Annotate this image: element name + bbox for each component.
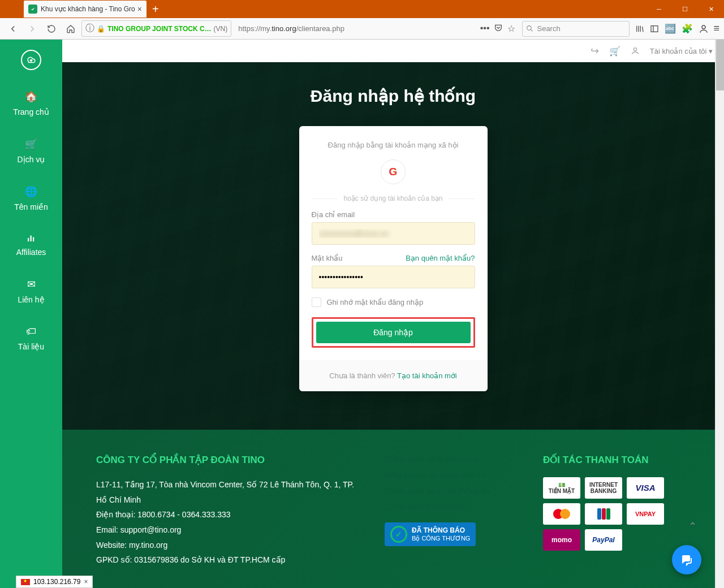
pay-jcb (585, 503, 622, 525)
sidebar-item-label: Dịch vụ (18, 155, 45, 164)
tab-favicon-icon (28, 5, 37, 14)
maximize-button[interactable]: ☐ (672, 0, 698, 18)
sidebar-icon[interactable] (650, 24, 659, 33)
sidebar-nav: 🏠 Trang chủ 🛒 Dịch vụ 🌐 Tên miền Affilia… (0, 40, 62, 588)
search-placeholder: Search (537, 24, 560, 33)
footer-line: GPKD số: 0315679836 do Sở KH và ĐT TP.HC… (96, 552, 362, 568)
login-button[interactable]: Đăng nhập (316, 322, 471, 343)
pay-cash: 💵TIỀN MẶT (543, 477, 580, 499)
remember-checkbox[interactable] (312, 297, 321, 307)
create-account-link[interactable]: Tạo tài khoản mới (397, 371, 457, 380)
minimize-button[interactable]: ─ (646, 0, 672, 18)
footer-link[interactable]: Chính sách thanh toán (385, 499, 520, 514)
sidebar-item-contact[interactable]: ✉ Liên hệ (18, 278, 44, 304)
scroll-top-button[interactable]: ⌃ (688, 520, 697, 533)
svg-point-6 (634, 48, 636, 51)
new-tab-button[interactable]: + (152, 3, 159, 16)
tab-title: Khu vực khách hàng - Tino Gro (41, 5, 135, 13)
gov-badge[interactable]: ✓ ĐÃ THÔNG BÁOBộ CÔNG THƯƠNG (385, 522, 476, 546)
footer-company-title: CÔNG TY CỔ PHẦN TẬP ĐOÀN TINO (96, 451, 362, 469)
cart-icon: 🛒 (25, 138, 37, 150)
back-button[interactable] (5, 20, 21, 37)
payment-grid: 💵TIỀN MẶT INTERNET BANKING VISA VNPAY mo… (543, 477, 690, 551)
reload-button[interactable] (43, 20, 60, 37)
page-footer: CÔNG TY CỔ PHẦN TẬP ĐOÀN TINO L17-11, Tầ… (62, 430, 724, 588)
footer-line: Website: my.tino.org (96, 538, 362, 553)
ip-toast: 103.130.216.79 × (16, 576, 93, 588)
footer-line: Email: support@tino.org (96, 522, 362, 538)
sidebar-item-label: Affiliates (16, 248, 46, 257)
card-footer: Chưa là thành viên? Tạo tài khoản mới (299, 360, 488, 391)
window-controls: ─ ☐ ✕ (646, 0, 724, 18)
mail-icon: ✉ (27, 278, 36, 291)
sidebar-item-label: Trang chủ (13, 107, 49, 116)
chat-icon (680, 553, 693, 567)
tab-close-icon[interactable]: × (137, 5, 142, 14)
svg-point-0 (527, 26, 532, 31)
toast-close-icon[interactable]: × (84, 578, 88, 586)
footer-link[interactable]: Điều khoản sử dụng dịch vụ (385, 467, 520, 483)
remember-label: Ghi nhớ mật khẩu đăng nhập (327, 298, 424, 306)
more-icon[interactable]: ••• (480, 23, 490, 34)
social-login-title: Đăng nhập bằng tài khoản mạng xã hội (312, 141, 475, 149)
extension-icon[interactable]: 🧩 (682, 23, 693, 34)
pay-momo: momo (543, 529, 580, 551)
footer-partners-title: ĐỐI TÁC THANH TOÁN (543, 451, 690, 469)
cart-icon[interactable]: 🛒 (609, 46, 620, 57)
pocket-icon[interactable] (494, 23, 503, 34)
forgot-password-link[interactable]: Bạn quên mật khẩu? (406, 254, 475, 262)
hamburger-menu-icon[interactable]: ≡ (713, 23, 719, 34)
login-card: Đăng nhập bằng tài khoản mạng xã hội G h… (299, 126, 488, 391)
password-input[interactable] (312, 266, 475, 288)
cert-country: (VN) (214, 25, 228, 33)
flag-vn-icon (21, 579, 30, 585)
user-icon (631, 46, 640, 55)
pay-visa: VISA (627, 477, 664, 499)
footer-line: L17-11, Tầng 17, Tòa nhà Vincom Center, … (96, 477, 362, 507)
sidebar-item-docs[interactable]: 🏷 Tài liệu (18, 326, 44, 351)
tag-icon: 🏷 (26, 326, 36, 338)
pay-internet-banking: INTERNET BANKING (585, 477, 622, 499)
translate-icon[interactable]: 🔤 (665, 23, 676, 34)
password-label: Mật khẩu (312, 254, 343, 262)
account-icon[interactable] (699, 24, 709, 34)
sidebar-item-label: Tên miền (14, 202, 48, 211)
site-identity[interactable]: ⓘ 🔒 TINO GROUP JOINT STOCK C… (VN) (81, 20, 231, 37)
url-bar[interactable]: https://my.tino.org/clientarea.php (235, 22, 472, 35)
chart-icon (26, 233, 36, 243)
footer-line: Điện thoại: 1800.6734 - 0364.333.333 (96, 507, 362, 522)
globe-icon: 🌐 (25, 185, 37, 198)
home-button[interactable] (62, 20, 79, 37)
svg-rect-1 (651, 25, 658, 32)
account-dropdown[interactable]: Tài khoản của tôi ▾ (650, 47, 713, 55)
ip-address: 103.130.216.79 (33, 578, 80, 586)
svg-rect-4 (30, 236, 31, 242)
close-window-button[interactable]: ✕ (698, 0, 724, 18)
divider: hoặc sử dụng tài khoản của bạn (312, 194, 475, 202)
bookmark-icon[interactable]: ☆ (507, 23, 515, 34)
logo-icon[interactable] (21, 50, 41, 70)
footer-link[interactable]: Chính sách bảo mật thông tin (385, 483, 520, 499)
vertical-scrollbar[interactable] (715, 40, 724, 588)
footer-link[interactable]: Chính sách xử lý khiếu nại (385, 451, 520, 467)
page-topbar: ↪ 🛒 Tài khoản của tôi ▾ (62, 40, 724, 62)
svg-rect-5 (33, 237, 34, 242)
sidebar-item-services[interactable]: 🛒 Dịch vụ (18, 138, 45, 164)
google-icon: G (389, 166, 398, 178)
sidebar-item-affiliates[interactable]: Affiliates (16, 233, 46, 257)
cert-company: TINO GROUP JOINT STOCK C… (107, 25, 212, 33)
sidebar-item-home[interactable]: 🏠 Trang chủ (13, 90, 49, 116)
browser-tab[interactable]: Khu vực khách hàng - Tino Gro × (24, 1, 146, 18)
library-icon[interactable] (635, 24, 644, 33)
search-bar[interactable]: Search (522, 21, 630, 37)
browser-toolbar: ⓘ 🔒 TINO GROUP JOINT STOCK C… (VN) https… (0, 18, 724, 40)
sidebar-item-domains[interactable]: 🌐 Tên miền (14, 185, 48, 211)
home-icon: 🏠 (25, 90, 37, 103)
forward-button[interactable] (24, 20, 41, 37)
info-icon: ⓘ (85, 23, 94, 34)
share-icon[interactable]: ↪ (591, 45, 599, 57)
chat-button[interactable] (672, 545, 701, 574)
google-login-button[interactable]: G (381, 159, 406, 184)
scroll-thumb[interactable] (716, 40, 724, 90)
email-input[interactable] (312, 222, 475, 245)
